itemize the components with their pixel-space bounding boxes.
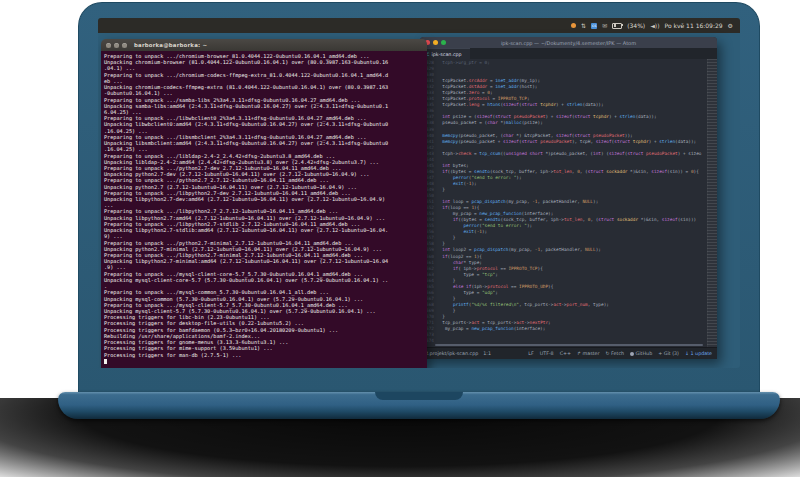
status-cursor-position[interactable]: 1:1 — [483, 351, 491, 356]
laptop-lid: ⇅ cs ✉ (34%) ◄)) Po kvě 11 16:09:29 ⚙ ip… — [78, 2, 760, 393]
terminal-titlebar[interactable]: barborka@barborka: ~ — [101, 39, 427, 51]
atom-window-title: ipk-scan.cpp — ~/Dokumenty/4.semester/IP… — [501, 40, 636, 46]
status-github[interactable]: GitHub — [630, 351, 652, 356]
status-encoding[interactable]: UTF-8 — [540, 351, 554, 356]
atom-titlebar[interactable]: ipk-scan.cpp — ~/Dokumenty/4.semester/IP… — [420, 37, 717, 48]
battery-percent: (34%) — [627, 22, 645, 29]
top-panel: ⇅ cs ✉ (34%) ◄)) Po kvě 11 16:09:29 ⚙ — [98, 18, 740, 33]
horizontal-scrollbar[interactable] — [435, 344, 703, 346]
status-line-ending[interactable]: LF — [528, 351, 533, 356]
gear-icon[interactable]: ⚙ — [728, 23, 733, 29]
atom-status-bar: 2.projekt/ipk-scan.cpp 1:1 LF UTF-8 C++ … — [420, 347, 717, 359]
terminal-title: barborka@barborka: ~ — [134, 42, 207, 48]
status-file-path[interactable]: 2.projekt/ipk-scan.cpp — [425, 351, 478, 356]
status-grammar[interactable]: C++ — [560, 351, 571, 356]
git-changes-label: Git (3) — [664, 351, 679, 356]
maximize-icon[interactable] — [122, 43, 127, 48]
github-icon — [630, 352, 634, 356]
network-icon[interactable]: ⇅ — [581, 23, 586, 29]
laptop-lid-notch — [375, 392, 463, 400]
notification-icon[interactable] — [571, 23, 576, 28]
branch-name: master — [583, 351, 600, 356]
status-fetch[interactable]: ↻ Fetch — [606, 351, 625, 356]
keyboard-layout-icon[interactable]: cs — [591, 23, 597, 29]
update-label: 1 update — [691, 351, 712, 356]
atom-window[interactable]: ipk-scan.cpp — ~/Dokumenty/4.semester/IP… — [420, 37, 717, 359]
minimize-icon[interactable] — [433, 40, 438, 45]
code-area[interactable]: 528 tcph->urg_ptr = 0;529530531 tcpPacke… — [420, 59, 717, 347]
terminal-window[interactable]: barborka@barborka: ~ Preparing to unpack… — [101, 39, 427, 368]
mail-icon[interactable]: ✉ — [602, 23, 607, 29]
atom-window-controls — [425, 37, 446, 48]
branch-icon: ↱ — [577, 351, 581, 356]
desktop: ⇅ cs ✉ (34%) ◄)) Po kvě 11 16:09:29 ⚙ ip… — [98, 18, 740, 368]
tab-label: ipk-scan.cpp — [431, 52, 461, 57]
maximize-icon[interactable] — [441, 40, 446, 45]
tab-ipk-scan[interactable]: C ipk-scan.cpp — [420, 48, 470, 59]
terminal-output[interactable]: Preparing to unpack .../chromium-browser… — [101, 51, 427, 368]
fetch-icon: ↻ — [606, 351, 610, 356]
battery-level — [614, 24, 616, 27]
fetch-label: Fetch — [611, 351, 624, 356]
laptop-mockup: ⇅ cs ✉ (34%) ◄)) Po kvě 11 16:09:29 ⚙ ip… — [0, 0, 800, 477]
volume-icon[interactable]: ◄)) — [650, 23, 659, 29]
close-icon[interactable] — [106, 43, 111, 48]
update-icon: ↓ — [685, 351, 689, 356]
minimap[interactable] — [707, 59, 717, 347]
status-update[interactable]: ↓ 1 update — [685, 351, 712, 356]
github-label: GitHub — [636, 351, 653, 356]
tab-bar[interactable]: C ipk-scan.cpp — [420, 48, 717, 59]
laptop-base — [58, 392, 780, 419]
status-git-changes[interactable]: + Git (3) — [658, 351, 679, 356]
clock[interactable]: Po kvě 11 16:09:29 — [665, 22, 723, 29]
battery-icon[interactable] — [612, 23, 622, 29]
minimize-icon[interactable] — [114, 43, 119, 48]
git-plus-icon: + — [658, 351, 662, 356]
status-git-branch[interactable]: ↱ master — [577, 351, 599, 356]
